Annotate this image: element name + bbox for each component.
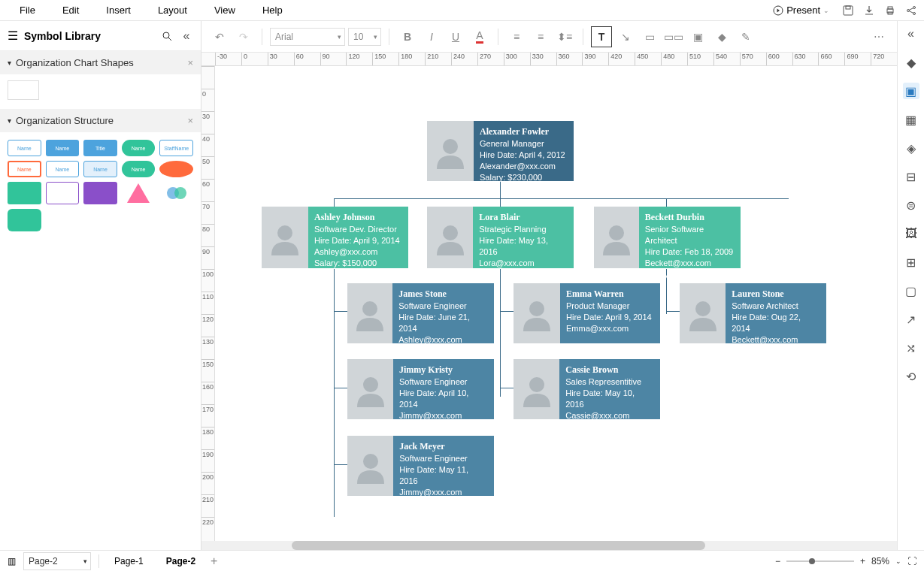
shape-thumbnail[interactable] xyxy=(159,182,193,204)
shape-thumbnail[interactable]: StaffName xyxy=(159,140,193,156)
avatar xyxy=(427,207,473,268)
zoom-out-button[interactable]: − xyxy=(775,556,780,566)
panel-org-structure[interactable]: ▾ Organization Structure × xyxy=(0,109,201,132)
connector-tool-button[interactable]: ↘ xyxy=(615,26,636,47)
shape-thumbnail[interactable]: Name xyxy=(46,161,80,177)
comments-icon[interactable]: ⊟ xyxy=(903,168,919,185)
panel-org-chart-shapes[interactable]: ▾ Organization Chart Shapes × xyxy=(0,51,201,74)
canvas[interactable]: Alexander FowlerGeneral ManagerHire Date… xyxy=(215,66,897,541)
more-button[interactable]: ⋯ xyxy=(868,26,889,47)
shape-thumbnail[interactable] xyxy=(159,161,193,177)
print-icon[interactable] xyxy=(883,4,897,17)
line-style-button[interactable]: ✎ xyxy=(735,26,756,47)
page-layout-icon[interactable]: ▥ xyxy=(8,556,16,566)
zoom-in-button[interactable]: + xyxy=(860,556,865,566)
save-icon[interactable] xyxy=(841,4,855,17)
font-color-button[interactable]: A xyxy=(469,26,490,47)
bold-button[interactable]: B xyxy=(397,26,418,47)
undo-button[interactable]: ↶ xyxy=(209,26,230,47)
shape-thumbnail[interactable] xyxy=(8,209,41,231)
svg-point-17 xyxy=(529,301,544,316)
svg-point-7 xyxy=(913,6,916,8)
font-select[interactable]: Arial xyxy=(270,28,345,46)
download-icon[interactable] xyxy=(862,4,876,17)
shape-thumbnail[interactable] xyxy=(122,182,156,204)
org-node[interactable]: Alexander FowlerGeneral ManagerHire Date… xyxy=(427,121,574,181)
align-left-button[interactable]: ≡ xyxy=(506,26,527,47)
svg-point-20 xyxy=(529,377,544,392)
svg-point-21 xyxy=(363,454,378,469)
svg-point-11 xyxy=(174,187,186,199)
font-size-select[interactable]: 10 xyxy=(348,28,381,46)
org-node[interactable]: James StoneSoftware EngineerHire Date: J… xyxy=(347,283,494,343)
shape-thumbnail[interactable] xyxy=(46,182,80,204)
org-node[interactable]: Lauren StoneSoftware ArchitectHire Date:… xyxy=(680,283,826,343)
org-node[interactable]: Beckett DurbinSenior Software ArchitectH… xyxy=(594,207,741,268)
image-icon[interactable]: 🖼 xyxy=(903,225,919,242)
svg-point-9 xyxy=(163,32,169,38)
menu-help[interactable]: Help xyxy=(249,2,296,19)
shape-thumbnail[interactable] xyxy=(8,182,41,204)
line-spacing-button[interactable]: ⬍≡ xyxy=(554,26,575,47)
org-node[interactable]: Jack MeyerSoftware EngineerHire Date: Ma… xyxy=(347,436,494,496)
link-icon[interactable]: ↗ xyxy=(903,311,919,328)
avatar xyxy=(514,359,559,419)
menu-edit[interactable]: Edit xyxy=(49,2,92,19)
collapse-sidebar-icon[interactable]: « xyxy=(180,29,193,43)
org-node[interactable]: Emma WarrenProduct ManagerHire Date: Apr… xyxy=(514,283,660,343)
data-icon[interactable]: ⊜ xyxy=(903,197,919,213)
menu-insert[interactable]: Insert xyxy=(92,2,144,19)
shape-thumbnail[interactable] xyxy=(83,182,117,204)
fill-icon[interactable]: ◆ xyxy=(903,54,919,71)
tab-page-1[interactable]: Page-1 xyxy=(107,553,151,569)
clipboard-icon[interactable]: ▢ xyxy=(903,282,919,299)
close-icon[interactable]: × xyxy=(187,115,193,126)
menu-view[interactable]: View xyxy=(201,2,249,19)
close-icon[interactable]: × xyxy=(187,57,193,68)
shape-thumbnail[interactable]: Name xyxy=(122,161,156,177)
shape-thumbnail[interactable]: Title xyxy=(83,140,117,156)
history-icon[interactable]: ⟲ xyxy=(903,368,919,385)
layers-icon[interactable]: ◈ xyxy=(903,140,919,156)
fill-button[interactable]: ◆ xyxy=(711,26,732,47)
shuffle-icon[interactable]: ⤭ xyxy=(903,340,919,356)
italic-button[interactable]: I xyxy=(421,26,442,47)
svg-rect-2 xyxy=(846,6,850,9)
shape-thumbnail[interactable]: Name xyxy=(46,140,80,156)
svg-point-19 xyxy=(363,377,378,392)
shape-thumbnail[interactable]: Name xyxy=(8,140,41,156)
shape-align-button[interactable]: ▭ xyxy=(639,26,660,47)
underline-button[interactable]: U xyxy=(445,26,466,47)
shape-thumbnail[interactable]: Name xyxy=(8,161,41,177)
tab-page-2[interactable]: Page-2 xyxy=(159,553,203,569)
org-node[interactable]: Cassie BrownSales RepresentitiveHire Dat… xyxy=(514,359,660,419)
grid-icon[interactable]: ▦ xyxy=(903,111,919,128)
menu-layout[interactable]: Layout xyxy=(144,2,201,19)
distribute-button[interactable]: ▭▭ xyxy=(663,26,684,47)
chevron-down-icon[interactable]: ⌄ xyxy=(895,557,901,565)
shape-thumbnail[interactable]: Name xyxy=(83,161,117,177)
navigator-icon[interactable]: ▣ xyxy=(903,83,919,99)
align-center-button[interactable]: ≡ xyxy=(530,26,551,47)
expand-rail-icon[interactable]: « xyxy=(903,26,919,42)
redo-button[interactable]: ↷ xyxy=(233,26,254,47)
shape-thumbnail[interactable] xyxy=(8,80,39,100)
group-button[interactable]: ▣ xyxy=(687,26,708,47)
avatar xyxy=(594,207,639,268)
search-icon[interactable] xyxy=(160,29,174,43)
horizontal-scrollbar[interactable] xyxy=(201,541,897,550)
org-node[interactable]: Lora BlairStrategic PlanningHire Date: M… xyxy=(427,207,574,268)
fullscreen-button[interactable]: ⛶ xyxy=(907,556,916,566)
page-selector[interactable]: Page-2 xyxy=(23,552,91,570)
present-button[interactable]: Present ⌄ xyxy=(768,3,834,17)
shape-thumbnail[interactable]: Name xyxy=(122,140,156,156)
org-node[interactable]: Jimmy KristySoftware EngineerHire Date: … xyxy=(347,359,494,419)
layout-icon[interactable]: ⊞ xyxy=(903,254,919,270)
play-icon xyxy=(773,5,783,16)
text-tool-button[interactable]: T xyxy=(591,26,612,47)
menu-file[interactable]: File xyxy=(6,2,49,19)
add-page-button[interactable]: + xyxy=(211,554,217,568)
zoom-slider[interactable] xyxy=(786,560,854,562)
share-icon[interactable] xyxy=(904,4,918,17)
org-node[interactable]: Ashley JohnsonSoftware Dev. DirectorHire… xyxy=(262,207,408,268)
